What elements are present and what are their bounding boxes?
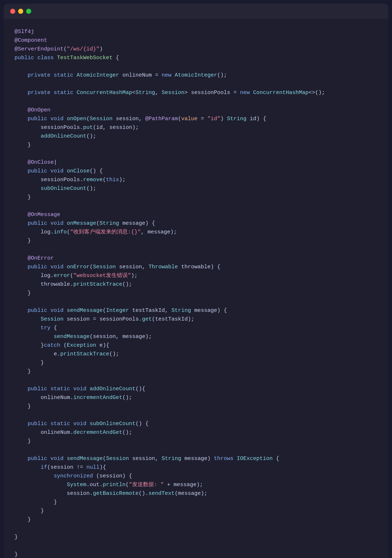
line-4: public class TestTaskWebSocket { xyxy=(15,54,377,62)
line-39: } xyxy=(15,359,377,367)
line-50: public void sendMessage(Session session,… xyxy=(15,455,377,463)
line-12: sessionPools.put(id, session); xyxy=(15,123,377,132)
line-21 xyxy=(15,202,377,211)
line-53: System.out.println("发送数据: " + message); xyxy=(15,481,377,489)
line-7 xyxy=(15,80,377,89)
line-31: } xyxy=(15,289,377,298)
line-46: public static void subOnlineCount() { xyxy=(15,420,377,428)
line-3: @ServerEndpoint("/ws/{id}") xyxy=(15,45,377,54)
line-36: sendMessage(session, message); xyxy=(15,333,377,341)
code-window: @Slf4j @Component @ServerEndpoint("/ws/{… xyxy=(4,4,388,558)
line-38: e.printStackTrace(); xyxy=(15,350,377,359)
line-44: } xyxy=(15,402,377,411)
line-40: } xyxy=(15,367,377,376)
line-24: log.info("收到客户端发来的消息:{}", message); xyxy=(15,228,377,237)
line-37: }catch (Exception e){ xyxy=(15,341,377,350)
line-6: private static AtomicInteger onlineNum =… xyxy=(15,71,377,80)
line-20: } xyxy=(15,193,377,202)
line-17: public void onClose() { xyxy=(15,167,377,176)
line-18: sessionPools.remove(this); xyxy=(15,176,377,184)
line-11: public void onOpen(Session session, @Pat… xyxy=(15,115,377,123)
line-49 xyxy=(15,446,377,455)
line-57: } xyxy=(15,516,377,524)
titlebar xyxy=(4,4,388,19)
line-30: throwable.printStackTrace(); xyxy=(15,280,377,289)
line-35: try { xyxy=(15,324,377,333)
minimize-button[interactable] xyxy=(18,9,23,14)
line-29: log.error("websocket发生错误"); xyxy=(15,272,377,280)
line-47: onlineNum.decrementAndGet(); xyxy=(15,428,377,437)
line-54: session.getBasicRemote().sendText(messag… xyxy=(15,489,377,498)
close-button[interactable] xyxy=(10,9,15,14)
line-2: @Component xyxy=(15,36,377,45)
line-16: @OnClose| xyxy=(15,158,377,167)
line-13: addOnlineCount(); xyxy=(15,132,377,141)
line-41 xyxy=(15,376,377,385)
line-8: private static ConcurrentHashMap<String,… xyxy=(15,89,377,97)
maximize-button[interactable] xyxy=(26,9,31,14)
line-23: public void onMessage(String message) { xyxy=(15,219,377,228)
line-51: if(session != null){ xyxy=(15,463,377,472)
line-14: } xyxy=(15,141,377,150)
line-59: } xyxy=(15,533,377,542)
line-19: subOnlineCount(); xyxy=(15,184,377,193)
line-5 xyxy=(15,62,377,71)
line-48: } xyxy=(15,437,377,446)
line-1: @Slf4j xyxy=(15,28,377,36)
line-22: @OnMessage xyxy=(15,211,377,219)
line-33: public void sendMessage(Integer testTask… xyxy=(15,306,377,315)
line-10: @OnOpen xyxy=(15,106,377,115)
line-32 xyxy=(15,298,377,306)
line-56: } xyxy=(15,507,377,516)
line-9 xyxy=(15,97,377,106)
line-43: onlineNum.incrementAndGet(); xyxy=(15,394,377,402)
line-52: synchronized (session) { xyxy=(15,472,377,481)
line-61: } xyxy=(15,550,377,558)
line-26 xyxy=(15,245,377,254)
line-25: } xyxy=(15,237,377,245)
line-45 xyxy=(15,411,377,420)
line-58 xyxy=(15,524,377,533)
line-15 xyxy=(15,150,377,158)
line-60 xyxy=(15,542,377,550)
line-42: public static void addOnlineCount(){ xyxy=(15,385,377,394)
line-27: @OnError xyxy=(15,254,377,263)
line-34: Session session = sessionPools.get(testT… xyxy=(15,315,377,324)
code-editor: @Slf4j @Component @ServerEndpoint("/ws/{… xyxy=(4,19,388,558)
line-55: } xyxy=(15,498,377,507)
line-28: public void onError(Session session, Thr… xyxy=(15,263,377,272)
